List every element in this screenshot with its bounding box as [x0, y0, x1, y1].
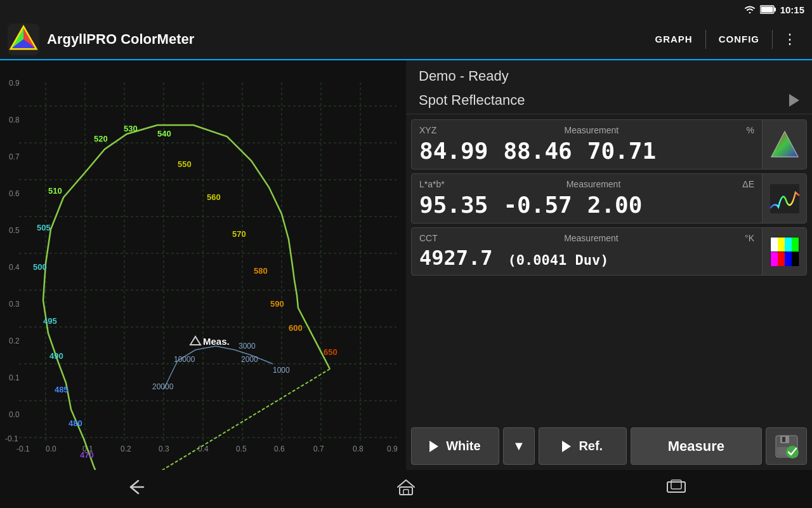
- cct-header: CCT Measurement °K: [419, 233, 754, 243]
- lab-value-l: 95.35: [419, 192, 488, 218]
- app-title: ArgyllPRO ColorMeter: [47, 31, 645, 48]
- svg-rect-83: [778, 237, 785, 251]
- cct-unit-label: °K: [745, 233, 754, 243]
- svg-text:600: 600: [289, 323, 303, 333]
- mode-text: Spot Reflectance: [419, 92, 525, 109]
- svg-rect-97: [403, 490, 409, 495]
- lab-thumb[interactable]: [762, 174, 806, 223]
- xyz-values: 84.99 88.46 70.71: [419, 138, 754, 164]
- white-play-icon: [429, 441, 438, 452]
- svg-text:0.9: 0.9: [387, 444, 398, 453]
- svg-rect-96: [400, 487, 412, 495]
- svg-text:495: 495: [43, 316, 57, 326]
- svg-text:500: 500: [33, 262, 47, 272]
- measurement-cards: XYZ Measurement % 84.99 88.46 70.71: [406, 114, 812, 422]
- home-button[interactable]: [377, 473, 435, 505]
- chart-area: 0.9 0.8 0.7 0.6 0.5 0.4 0.3 0.2 0.1 0.0 …: [0, 60, 406, 470]
- cct-value-temp: 4927.7: [419, 246, 493, 270]
- svg-text:570: 570: [232, 229, 246, 239]
- svg-text:0.7: 0.7: [9, 152, 20, 161]
- dropdown-button[interactable]: ▼: [503, 427, 535, 465]
- svg-text:1000: 1000: [273, 366, 290, 375]
- svg-rect-87: [778, 252, 785, 266]
- app-bar: ArgyllPRO ColorMeter GRAPH CONFIG ⋮: [0, 19, 812, 60]
- xyz-meas-label: Measurement: [565, 125, 619, 135]
- svg-text:0.7: 0.7: [313, 444, 324, 453]
- ref-play-icon: [562, 441, 571, 452]
- measure-label: Measure: [668, 438, 724, 455]
- svg-text:-0.1: -0.1: [5, 434, 18, 443]
- xyz-card-content: XYZ Measurement % 84.99 88.46 70.71: [412, 120, 762, 169]
- svg-text:20000: 20000: [152, 382, 174, 391]
- wifi-icon: [743, 4, 756, 15]
- recents-button[interactable]: [647, 474, 705, 504]
- svg-rect-88: [785, 252, 792, 266]
- svg-text:10000: 10000: [174, 355, 195, 364]
- save-button[interactable]: [766, 427, 807, 465]
- xyz-value-y: 88.46: [503, 138, 572, 164]
- home-icon: [396, 478, 416, 496]
- back-button[interactable]: [107, 473, 165, 505]
- xyz-type-label: XYZ: [419, 125, 436, 135]
- more-button[interactable]: ⋮: [775, 26, 804, 53]
- svg-text:-0.1: -0.1: [16, 444, 30, 453]
- ref-button[interactable]: Ref.: [539, 427, 627, 465]
- app-bar-actions: GRAPH CONFIG ⋮: [645, 26, 804, 53]
- cct-thumb[interactable]: [762, 228, 806, 275]
- xyz-card: XYZ Measurement % 84.99 88.46 70.71: [411, 119, 807, 170]
- svg-marker-78: [771, 131, 798, 157]
- svg-rect-98: [667, 482, 685, 492]
- action-bar: White ▼ Ref. Measure: [406, 422, 812, 470]
- lab-value-b: 2.00: [587, 192, 643, 218]
- chevron-icon-1: [789, 94, 799, 107]
- svg-text:0.5: 0.5: [9, 226, 20, 235]
- svg-text:Meas.: Meas.: [203, 336, 230, 347]
- save-icon: [775, 434, 799, 458]
- svg-text:0.2: 0.2: [121, 444, 131, 453]
- divider: [705, 30, 706, 49]
- white-button[interactable]: White: [411, 427, 499, 465]
- config-button[interactable]: CONFIG: [709, 29, 769, 50]
- lab-values: 95.35 -0.57 2.00: [419, 192, 754, 218]
- status-icons: 10:15: [743, 4, 804, 15]
- svg-text:550: 550: [178, 159, 192, 169]
- svg-text:485: 485: [55, 385, 69, 394]
- lab-card: L*a*b* Measurement ΔE 95.35 -0.57 2.00: [411, 173, 807, 224]
- svg-text:0.8: 0.8: [353, 444, 363, 453]
- svg-rect-89: [792, 252, 799, 266]
- svg-rect-2: [761, 7, 773, 13]
- svg-text:0.5: 0.5: [236, 444, 247, 453]
- cct-type-label: CCT: [419, 233, 438, 243]
- app-icon: [8, 23, 39, 55]
- svg-text:580: 580: [254, 266, 268, 276]
- ref-label: Ref.: [579, 439, 603, 453]
- svg-text:510: 510: [48, 186, 62, 196]
- lab-value-a: -0.57: [503, 192, 572, 218]
- white-label: White: [446, 439, 480, 453]
- cct-value-duv: (0.0041 Duv): [508, 252, 609, 268]
- xyz-unit-label: %: [747, 125, 754, 135]
- xyz-value-x: 84.99: [419, 138, 488, 164]
- cct-meas-label: Measurement: [564, 233, 619, 243]
- divider2: [772, 30, 773, 49]
- svg-text:0.6: 0.6: [9, 189, 20, 198]
- svg-rect-86: [771, 252, 778, 266]
- svg-text:650: 650: [324, 347, 337, 357]
- svg-rect-92: [782, 437, 785, 442]
- svg-text:3000: 3000: [239, 342, 256, 351]
- chromaticity-chart: 0.9 0.8 0.7 0.6 0.5 0.4 0.3 0.2 0.1 0.0 …: [0, 60, 406, 470]
- svg-text:0.0: 0.0: [9, 410, 20, 419]
- svg-text:0.3: 0.3: [159, 444, 169, 453]
- battery-icon: [760, 5, 776, 14]
- graph-button[interactable]: GRAPH: [645, 29, 702, 50]
- lab-header: L*a*b* Measurement ΔE: [419, 179, 754, 189]
- cct-card: CCT Measurement °K 4927.7 (0.0041 Duv): [411, 227, 807, 276]
- svg-text:560: 560: [207, 192, 221, 202]
- svg-text:0.9: 0.9: [9, 79, 20, 88]
- dropdown-arrow: ▼: [513, 439, 525, 453]
- status-row: Demo - Ready: [406, 60, 812, 90]
- xyz-thumb[interactable]: [762, 120, 806, 169]
- svg-text:0.1: 0.1: [9, 373, 20, 382]
- svg-text:470: 470: [80, 450, 94, 460]
- measure-button[interactable]: Measure: [631, 427, 762, 465]
